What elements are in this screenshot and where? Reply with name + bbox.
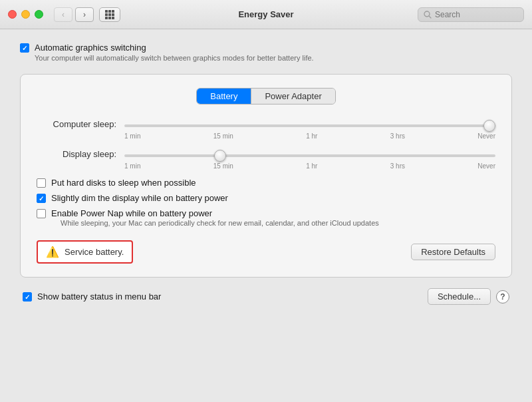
service-battery-alert: ⚠️ Service battery.	[37, 240, 133, 264]
back-button[interactable]: ‹	[54, 7, 72, 22]
option-dim-display: Slightly dim the display while on batter…	[37, 193, 495, 203]
computer-sleep-label: Computer sleep:	[37, 119, 116, 129]
minimize-button[interactable]	[21, 10, 30, 19]
search-box[interactable]	[418, 7, 524, 22]
tick-label-1hr: 1 hr	[306, 132, 317, 140]
tick-label-3hrs-d: 3 hrs	[390, 162, 405, 170]
dim-display-checkbox[interactable]	[37, 194, 46, 203]
bottom-section: ⚠️ Service battery. Restore Defaults	[37, 238, 495, 264]
computer-sleep-section: Computer sleep: 1 min 15 min 1 hr 3 hrs …	[37, 118, 495, 140]
titlebar: ‹ › Energy Saver	[0, 0, 532, 29]
option-hard-disks: Put hard disks to sleep when possible	[37, 178, 495, 188]
service-battery-text: Service battery.	[65, 247, 124, 257]
hard-disks-checkbox[interactable]	[37, 178, 46, 188]
tick-label-1min: 1 min	[124, 132, 140, 140]
settings-panel: Battery Power Adapter Computer sleep: 1 …	[20, 74, 512, 278]
display-sleep-label: Display sleep:	[37, 149, 116, 159]
tick-label-15min-d: 15 min	[213, 162, 233, 170]
options-section: Put hard disks to sleep when possible Sl…	[37, 178, 495, 227]
tick-label-never-d: Never	[477, 162, 495, 170]
svg-line-1	[430, 16, 432, 18]
grid-icon	[105, 10, 114, 19]
window-title: Energy Saver	[238, 9, 293, 19]
search-input[interactable]	[435, 10, 518, 19]
search-icon	[424, 11, 432, 19]
maximize-button[interactable]	[35, 10, 43, 19]
grid-view-button[interactable]	[99, 7, 120, 22]
main-content: Automatic graphics switching Your comput…	[0, 29, 532, 318]
auto-graphics-checkbox[interactable]	[20, 43, 29, 53]
svg-point-0	[424, 11, 430, 17]
power-nap-description: While sleeping, your Mac can periodicall…	[61, 219, 379, 227]
tick-label-1hr-d: 1 hr	[306, 162, 317, 170]
display-sleep-section: Display sleep: 1 min 15 min 1 hr 3 hrs N…	[37, 148, 495, 170]
traffic-lights	[8, 10, 43, 19]
auto-graphics-section: Automatic graphics switching Your comput…	[20, 43, 512, 62]
tab-battery[interactable]: Battery	[197, 89, 251, 104]
tab-group: Battery Power Adapter	[196, 88, 335, 104]
tick-label-1min-d: 1 min	[124, 162, 140, 170]
close-button[interactable]	[8, 10, 17, 19]
schedule-button[interactable]: Schedule...	[428, 288, 491, 305]
auto-graphics-text: Automatic graphics switching Your comput…	[35, 43, 314, 62]
tab-power-adapter[interactable]: Power Adapter	[251, 89, 334, 104]
show-battery-checkbox[interactable]	[23, 292, 32, 302]
show-battery-label: Show battery status in menu bar	[37, 292, 161, 302]
power-nap-checkbox[interactable]	[37, 209, 46, 218]
footer-section: Show battery status in menu bar Schedule…	[20, 288, 512, 305]
dim-display-label: Slightly dim the display while on batter…	[51, 193, 228, 203]
restore-defaults-button[interactable]: Restore Defaults	[411, 244, 495, 260]
display-sleep-track	[124, 148, 495, 160]
power-nap-label: Enable Power Nap while on battery power	[51, 208, 379, 218]
tick-label-never: Never	[477, 132, 495, 140]
footer-right: Schedule... ?	[428, 288, 509, 305]
auto-graphics-label: Automatic graphics switching	[35, 43, 314, 53]
show-battery-row: Show battery status in menu bar	[23, 292, 161, 302]
help-button[interactable]: ?	[496, 290, 509, 303]
display-sleep-row: Display sleep:	[37, 148, 495, 160]
hard-disks-label: Put hard disks to sleep when possible	[51, 178, 196, 188]
option-power-nap: Enable Power Nap while on battery power …	[37, 208, 495, 227]
computer-sleep-tick-labels: 1 min 15 min 1 hr 3 hrs Never	[37, 132, 495, 140]
computer-sleep-slider[interactable]	[124, 124, 495, 127]
nav-buttons: ‹ ›	[54, 7, 94, 22]
warning-icon: ⚠️	[46, 246, 59, 258]
tab-row: Battery Power Adapter	[37, 88, 495, 104]
computer-sleep-track	[124, 118, 495, 130]
forward-button[interactable]: ›	[75, 7, 94, 22]
auto-graphics-description: Your computer will automatically switch …	[35, 54, 314, 62]
display-sleep-slider[interactable]	[124, 154, 495, 157]
tick-label-15min: 15 min	[213, 132, 233, 140]
computer-sleep-row: Computer sleep:	[37, 118, 495, 130]
tick-label-3hrs: 3 hrs	[390, 132, 405, 140]
display-sleep-tick-labels: 1 min 15 min 1 hr 3 hrs Never	[37, 162, 495, 170]
